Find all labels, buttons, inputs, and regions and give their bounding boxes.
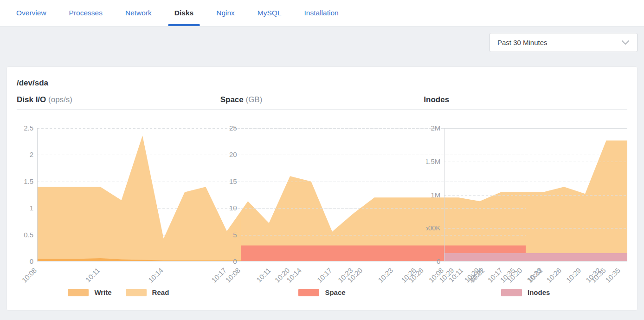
x-tick-label: 10:20 [506, 266, 524, 284]
plot-area-space [241, 128, 424, 261]
legend-label: Write [94, 288, 111, 296]
legend-disk-i-o: WriteRead [17, 288, 220, 296]
y-tick-label: 0 [437, 257, 440, 266]
plot-area-disk-i-o [37, 128, 220, 261]
chart-titles-row: Disk I/O (ops/s)Space (GB)Inodes [17, 95, 627, 104]
chart-inodes: 0500K1M1.5M2M10:0810:1110:1410:1710:2010… [424, 128, 627, 296]
legend-swatch-inodes [501, 289, 522, 296]
disk-card: /dev/sda Disk I/O (ops/s)Space (GB)Inode… [6, 66, 638, 311]
x-tick-label: 10:35 [604, 266, 622, 284]
area-series-inodes [444, 253, 627, 261]
time-range-value: Past 30 Minutes [497, 39, 547, 46]
x-tick-label: 10:11 [84, 266, 102, 284]
x-tick-label: 10:14 [467, 266, 485, 284]
legend-item-read[interactable]: Read [126, 288, 169, 296]
disk-name: /dev/sda [17, 78, 627, 88]
x-tick-label: 10:11 [255, 266, 272, 284]
x-tick-label: 10:14 [147, 266, 165, 284]
y-tick-label: 2.5 [24, 124, 33, 132]
y-tick-label: 0 [233, 257, 237, 266]
y-tick-label: 5 [233, 231, 237, 239]
x-tick-label: 10:20 [346, 266, 364, 284]
chart-space: 051015202510:0810:1110:1410:1710:2010:23… [220, 128, 424, 296]
chevron-down-icon [621, 40, 630, 45]
x-axis-labels: 10:0810:1110:1410:1710:2010:2310:2610:29… [17, 261, 220, 285]
x-tick-label: 10:23 [526, 266, 544, 284]
y-tick-label: 25 [229, 124, 237, 132]
y-tick-label: 20 [229, 150, 237, 159]
y-tick-label: 0.5 [24, 231, 33, 239]
tab-overview[interactable]: Overview [10, 0, 53, 26]
x-tick-label: 10:32 [584, 266, 602, 284]
x-tick-label: 10:26 [407, 266, 425, 284]
plot-area-inodes [444, 128, 627, 261]
legend-label: Read [152, 288, 169, 296]
chart-title-unit: (ops/s) [46, 95, 72, 104]
y-tick-label: 2M [431, 124, 441, 132]
chart-title-inodes: Inodes [424, 95, 627, 104]
y-tick-label: 2 [30, 150, 33, 159]
y-axis-labels: 00.511.522.5 [17, 128, 37, 261]
tab-disks[interactable]: Disks [168, 0, 200, 26]
titles-divider [17, 109, 627, 110]
legend-inodes: Inodes [424, 288, 627, 296]
x-tick-label: 10:17 [486, 266, 504, 284]
legend-swatch-space [298, 289, 319, 296]
x-tick-label: 10:14 [285, 266, 303, 284]
y-axis-labels: 0510152025 [220, 128, 241, 261]
legend-swatch-read [126, 289, 147, 296]
tab-network[interactable]: Network [119, 0, 158, 26]
legend-item-inodes[interactable]: Inodes [501, 288, 550, 296]
x-tick-label: 10:23 [376, 266, 394, 284]
y-tick-label: 15 [229, 177, 237, 186]
y-tick-label: 1.5 [24, 177, 33, 186]
y-tick-label: 1.5M [426, 157, 440, 166]
legend-label: Space [325, 288, 345, 296]
tab-processes[interactable]: Processes [63, 0, 109, 26]
chart-title-disk-i-o: Disk I/O (ops/s) [17, 95, 220, 104]
tab-mysql[interactable]: MySQL [251, 0, 288, 26]
x-tick-label: 10:17 [316, 266, 334, 284]
y-tick-label: 1M [431, 191, 441, 199]
x-tick-label: 10:11 [447, 266, 465, 284]
y-tick-label: 500K [426, 224, 440, 232]
x-tick-label: 10:29 [565, 266, 583, 284]
x-tick-label: 10:26 [545, 266, 563, 284]
y-axis-labels: 0500K1M1.5M2M [424, 128, 444, 261]
toolbar: Past 30 Minutes [0, 26, 644, 66]
y-tick-label: 1 [30, 204, 33, 212]
y-tick-label: 0 [30, 257, 33, 266]
charts-row: 00.511.522.510:0810:1110:1410:1710:2010:… [17, 128, 627, 296]
legend-label: Inodes [528, 288, 550, 296]
legend-swatch-write [68, 289, 89, 296]
chart-title-unit: (GB) [244, 95, 263, 104]
tab-bar: OverviewProcessesNetworkDisksNginxMySQLI… [0, 0, 644, 26]
chart-disk-i-o: 00.511.522.510:0810:1110:1410:1710:2010:… [17, 128, 220, 296]
legend-space: Space [220, 288, 424, 296]
time-range-select[interactable]: Past 30 Minutes [489, 33, 638, 52]
x-axis-labels: 10:0810:1110:1410:1710:2010:2310:2610:29… [220, 261, 424, 285]
legend-item-space[interactable]: Space [298, 288, 345, 296]
tab-installation[interactable]: Installation [298, 0, 345, 26]
legend-item-write[interactable]: Write [68, 288, 111, 296]
y-tick-label: 10 [229, 204, 237, 212]
chart-title-space: Space (GB) [220, 95, 424, 104]
tab-nginx[interactable]: Nginx [210, 0, 241, 26]
x-axis-labels: 10:0810:1110:1410:1710:2010:2310:2610:29… [424, 261, 627, 285]
